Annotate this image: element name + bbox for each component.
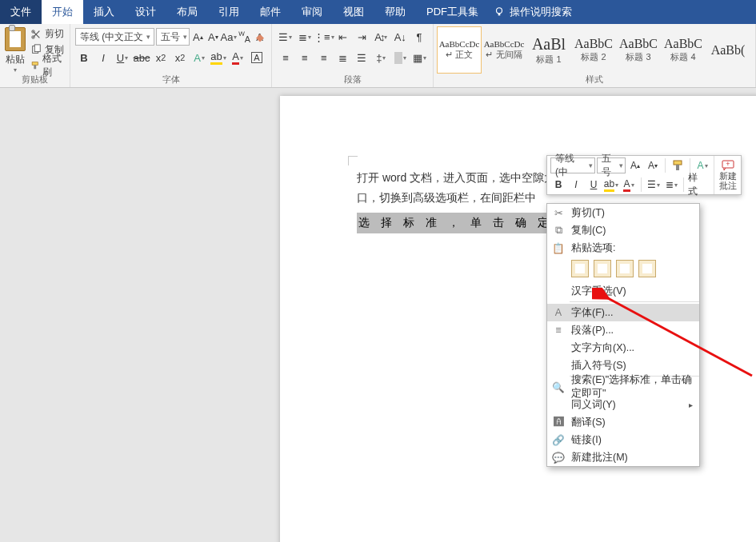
shading-button[interactable]: ▾	[391, 49, 409, 66]
superscript-button[interactable]: x2	[171, 49, 189, 66]
lightbulb-icon	[494, 6, 505, 18]
mini-underline[interactable]: U	[586, 177, 602, 193]
style-normal[interactable]: AaBbCcDc↵ 正文	[437, 26, 482, 74]
paste-button[interactable]: 粘贴 ▾	[3, 26, 27, 74]
cut-button[interactable]: 剪切	[30, 27, 66, 42]
underline-button[interactable]: U▾	[114, 49, 131, 66]
paintbrush-icon	[672, 160, 683, 171]
group-label-styles: 样式	[437, 74, 752, 87]
tell-me-search[interactable]: 操作说明搜索	[494, 0, 572, 24]
clipboard-icon: 📋	[552, 241, 565, 254]
tab-design[interactable]: 设计	[125, 0, 166, 24]
paste-keep-source[interactable]	[571, 260, 589, 277]
group-label-clipboard: 剪贴板	[3, 74, 66, 87]
ctx-copy[interactable]: ⧉复制(C)	[547, 221, 699, 239]
increase-indent-button[interactable]: ⇥	[354, 28, 371, 46]
ctx-link[interactable]: 🔗链接(I)	[547, 431, 699, 448]
ctx-translate[interactable]: 🅰翻译(S)	[547, 413, 699, 431]
tab-references[interactable]: 引用	[208, 0, 250, 24]
mini-size-combo[interactable]: 五号▾	[597, 157, 626, 173]
clear-formatting-button[interactable]: A◆	[253, 28, 266, 46]
bold-button[interactable]: B	[75, 49, 93, 66]
paste-merge[interactable]	[594, 260, 611, 277]
mini-format-painter[interactable]	[670, 157, 686, 173]
style-heading2[interactable]: AaBbC标题 2	[571, 26, 616, 74]
link-icon: 🔗	[552, 433, 565, 446]
tab-view[interactable]: 视图	[333, 0, 374, 24]
style-no-spacing[interactable]: AaBbCcDc↵ 无间隔	[482, 26, 526, 74]
search-icon: 🔍	[552, 381, 565, 393]
italic-button[interactable]: I	[94, 49, 112, 66]
svg-rect-6	[32, 62, 38, 66]
mini-font-color[interactable]: A▾	[621, 177, 637, 193]
asian-layout-button[interactable]: A↕▾	[372, 28, 390, 46]
style-heading3[interactable]: AaBbC标题 3	[616, 26, 661, 74]
multilevel-button[interactable]: ⋮≡▾	[315, 28, 333, 46]
numbering-button[interactable]: ≣▾	[296, 28, 314, 46]
tab-mailings[interactable]: 邮件	[250, 0, 291, 24]
sort-button[interactable]: A↓	[391, 28, 409, 46]
tab-help[interactable]: 帮助	[374, 0, 416, 24]
justify-button[interactable]: ≣	[334, 49, 352, 66]
style-heading4[interactable]: AaBbC标题 4	[661, 26, 706, 74]
tab-pdf[interactable]: PDF工具集	[416, 0, 489, 24]
mini-font-combo[interactable]: 等线 (中▾	[550, 157, 595, 173]
font-size-combo[interactable]: 五号▾	[156, 28, 190, 46]
align-right-button[interactable]: ≡	[315, 49, 333, 66]
show-marks-button[interactable]: ¶	[410, 28, 428, 46]
phonetic-guide-button[interactable]: ᵂA	[238, 28, 251, 46]
ctx-cut[interactable]: ✂剪切(T)	[547, 204, 699, 221]
bullets-button[interactable]: ☰▾	[277, 28, 294, 46]
highlight-button[interactable]: ab▾	[210, 49, 227, 66]
format-painter-button[interactable]: 格式刷	[30, 58, 66, 73]
decrease-indent-button[interactable]: ⇤	[334, 28, 352, 46]
mini-new-comment[interactable]: + 新建 批注	[714, 156, 741, 194]
ctx-insert-symbol[interactable]: 插入符号(S)	[547, 357, 699, 374]
font-name-combo[interactable]: 等线 (中文正文▾	[75, 28, 154, 46]
style-heading1[interactable]: AaBl标题 1	[526, 26, 571, 74]
align-left-button[interactable]: ≡	[277, 49, 294, 66]
paste-text-only[interactable]	[638, 260, 656, 277]
strikethrough-button[interactable]: abc	[133, 49, 150, 66]
mini-shrink-font[interactable]: A▾	[645, 157, 661, 173]
mini-styles[interactable]: 样式	[688, 177, 704, 193]
borders-button[interactable]: ▦▾	[410, 49, 428, 66]
tab-review[interactable]: 审阅	[291, 0, 333, 24]
ctx-search[interactable]: 🔍搜索(E)"选择标准，单击确定即可"	[547, 378, 699, 396]
mini-numbering[interactable]: ≣▾	[663, 177, 679, 193]
tab-layout[interactable]: 布局	[166, 0, 208, 24]
ctx-new-comment[interactable]: 💬新建批注(M)	[547, 448, 699, 466]
mini-bullets[interactable]: ☰▾	[646, 177, 662, 193]
font-color-button[interactable]: A▾	[229, 49, 246, 66]
tab-insert[interactable]: 插入	[83, 0, 125, 24]
ctx-hanzi-reselect[interactable]: 汉字重选(V)	[547, 282, 699, 300]
align-center-button[interactable]: ≡	[296, 49, 314, 66]
font-icon: A	[552, 306, 565, 319]
copy-icon	[30, 44, 42, 55]
shrink-font-button[interactable]: A▾	[206, 28, 220, 46]
ctx-paragraph[interactable]: ≡段落(P)...	[547, 321, 699, 339]
style-more[interactable]: AaBb(	[706, 26, 750, 74]
mini-highlight[interactable]: ab▾	[603, 177, 619, 193]
line-spacing-button[interactable]: ‡▾	[372, 49, 390, 66]
distribute-button[interactable]: ☰	[354, 49, 371, 66]
text-effects-button[interactable]: A▾	[190, 49, 208, 66]
ctx-text-direction[interactable]: 文字方向(X)...	[547, 339, 699, 357]
tab-file[interactable]: 文件	[0, 0, 42, 24]
ctx-synonym[interactable]: 同义词(Y)▸	[547, 396, 699, 413]
change-case-button[interactable]: Aa▾	[222, 28, 236, 46]
mini-italic[interactable]: I	[568, 177, 584, 193]
tab-home[interactable]: 开始	[42, 0, 83, 24]
mini-bold[interactable]: B	[550, 177, 566, 193]
group-label-paragraph: 段落	[275, 74, 430, 87]
svg-rect-7	[34, 65, 36, 69]
subscript-button[interactable]: x2	[152, 49, 170, 66]
paste-picture[interactable]	[616, 260, 634, 277]
svg-rect-5	[34, 45, 40, 52]
tell-me-label: 操作说明搜索	[510, 5, 572, 19]
svg-rect-1	[498, 14, 501, 16]
grow-font-button[interactable]: A▴	[191, 28, 205, 46]
mini-grow-font[interactable]: A▴	[627, 157, 643, 173]
ctx-font[interactable]: A字体(F)...	[547, 304, 699, 321]
enclose-char-button[interactable]: A	[248, 49, 266, 66]
